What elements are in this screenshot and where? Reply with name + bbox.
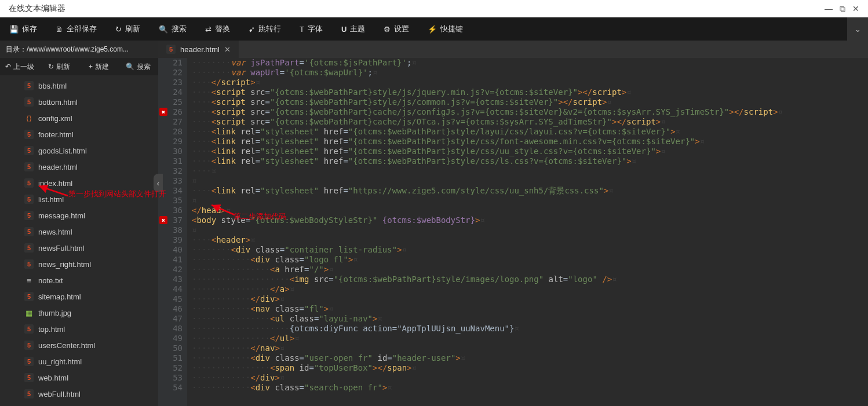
code-line[interactable]: ················<ul class="layui-nav">¤ [192, 314, 868, 324]
close-icon[interactable]: ✕ [852, 4, 859, 13]
font-button[interactable]: T字体 [290, 17, 332, 41]
saveall-button[interactable]: 🗎全部保存 [46, 17, 106, 41]
settings-button[interactable]: ⚙设置 [374, 17, 418, 41]
file-item[interactable]: 5footer.html [0, 126, 158, 142]
error-icon: ✖ [159, 108, 167, 116]
window-controls: — ⧉ ✕ [825, 4, 859, 14]
arrow-up-icon: ↶ [5, 63, 11, 71]
code-line[interactable]: ····<link rel="stylesheet" href="https:/… [192, 186, 868, 196]
code-line[interactable]: ················</a>¤ [192, 284, 868, 294]
code-line[interactable]: ····<link rel="stylesheet" href="{otcms:… [192, 147, 868, 156]
code-line[interactable]: ····················<img src="{otcms:$we… [192, 275, 868, 284]
code-line[interactable]: ¤ [192, 196, 868, 206]
code-line[interactable]: ················<a href="/">¤ [192, 265, 868, 275]
search-button[interactable]: 🔍搜索 [149, 17, 196, 41]
window-title: 在线文本编辑器 [9, 3, 65, 14]
file-item[interactable]: 5list.html [0, 191, 158, 207]
file-item[interactable]: 5newsFull.html [0, 240, 158, 256]
code-line[interactable]: ············</div>¤ [192, 373, 868, 383]
file-item[interactable]: 5header.html [0, 159, 158, 175]
file-item[interactable]: 5news.html [0, 224, 158, 240]
file-name: webFull.html [38, 390, 81, 398]
chevron-down-icon: ⌄ [855, 25, 861, 34]
file-item[interactable]: 5sitemap.html [0, 288, 158, 305]
file-item[interactable]: 5usersCenter.html [0, 337, 158, 353]
code-line[interactable]: ····<script src="{otcms:$webPathPart}cac… [192, 107, 868, 117]
file-name: config.xml [38, 114, 72, 123]
html-icon: 5 [24, 243, 34, 253]
theme-button[interactable]: U主题 [332, 17, 374, 41]
replace-button[interactable]: ⇄替换 [196, 17, 239, 41]
file-item[interactable]: ≡note.txt [0, 272, 158, 288]
collapse-sidebar-button[interactable]: ‹ [154, 174, 163, 192]
sidebar-search-button[interactable]: 🔍搜索 [119, 58, 158, 75]
code-line[interactable]: ····<header>¤ [192, 235, 868, 245]
code-line[interactable]: ····<link rel="stylesheet" href="{otcms:… [192, 127, 868, 137]
file-item[interactable]: 5message.html [0, 207, 158, 224]
up-button[interactable]: ↶上一级 [0, 58, 39, 75]
code-line[interactable]: ············<div class="search-open fr">… [192, 383, 868, 393]
code-line[interactable]: ····<link rel="stylesheet" href="{otcms:… [192, 156, 868, 166]
file-name: index.html [38, 179, 72, 188]
bolt-icon: ⚡ [428, 25, 437, 34]
shortcut-button[interactable]: ⚡快捷键 [418, 17, 472, 41]
code-line[interactable]: ····<script src="{otcms:$webPathPart}sty… [192, 97, 868, 107]
file-name: news.html [38, 228, 72, 236]
replace-icon: ⇄ [205, 25, 211, 34]
file-item[interactable]: 5goodsList.html [0, 142, 158, 159]
code-line[interactable]: ····</script>¤ [192, 78, 868, 87]
code-line[interactable]: ············<nav class="fl">¤ [192, 304, 868, 314]
sidebar: 目录：/www/wwwroot/www.zige5.com... ↶上一级 ↻刷… [0, 41, 158, 406]
goto-icon: ➹ [249, 25, 255, 34]
code-line[interactable]: </head>¤ [192, 206, 868, 215]
code-line[interactable]: ········var wapUrl='{otcms:$wapUrl}';¤ [192, 68, 868, 78]
file-item[interactable]: 5web.html [0, 370, 158, 386]
file-item[interactable]: 5news_right.html [0, 256, 158, 272]
code-line[interactable]: ················</ul>¤ [192, 334, 868, 343]
code-content[interactable]: ········var jsPathPart='{otcms:$jsPathPa… [187, 58, 868, 406]
save-button[interactable]: 💾保存 [0, 17, 46, 41]
code-line[interactable]: ············</div>¤ [192, 294, 868, 304]
minimize-icon[interactable]: — [825, 4, 833, 13]
code-line[interactable]: ············<div class="user-open fr" id… [192, 353, 868, 363]
code-line[interactable]: ····<script src="{otcms:$webPathPart}cac… [192, 117, 868, 127]
code-line[interactable]: ····¤ [192, 166, 868, 176]
file-item[interactable]: 5top.html [0, 321, 158, 337]
code-line[interactable]: ············</nav>¤ [192, 343, 868, 353]
code-line[interactable]: ········var jsPathPart='{otcms:$jsPathPa… [192, 58, 868, 68]
new-button[interactable]: +新建 [79, 58, 119, 75]
file-item[interactable]: 5bbs.html [0, 78, 158, 94]
refresh-button[interactable]: ↻刷新 [106, 17, 149, 41]
font-icon: T [300, 25, 304, 34]
save-icon: 💾 [9, 25, 19, 34]
code-area[interactable]: 212223242526✖2728293031323334353637✖3839… [158, 58, 868, 406]
shortcut-label: 快捷键 [440, 24, 463, 34]
code-line[interactable]: <body style="{otcms:$webBodyStyleStr}" {… [192, 215, 868, 225]
html-icon: 5 [24, 373, 34, 382]
tab-header-html[interactable]: 5 header.html ✕ [158, 41, 239, 58]
maximize-icon[interactable]: ⧉ [840, 4, 845, 14]
code-line[interactable]: ····<script src="{otcms:$webPathPart}sty… [192, 87, 868, 97]
code-line[interactable]: ····················{otcms:diyFunc actio… [192, 324, 868, 334]
editor: 5 header.html ✕ 212223242526✖27282930313… [158, 41, 868, 406]
goto-button[interactable]: ➹跳转行 [239, 17, 290, 41]
file-item[interactable]: 5uu_right.html [0, 353, 158, 370]
file-item[interactable]: ⟨⟩config.xml [0, 110, 158, 126]
file-item[interactable]: 5webFull.html [0, 386, 158, 402]
code-line[interactable]: ················<span id="topUserBox"></… [192, 363, 868, 373]
file-item[interactable]: 5bottom.html [0, 94, 158, 110]
code-line[interactable]: ············<div class="logo fl">¤ [192, 255, 868, 265]
code-line[interactable]: ¤ [192, 225, 868, 235]
replace-label: 替换 [215, 24, 230, 34]
file-item[interactable]: 5index.html [0, 175, 158, 191]
close-tab-icon[interactable]: ✕ [224, 45, 231, 54]
chevron-left-icon: ‹ [157, 179, 159, 188]
file-item[interactable]: ▦thumb.jpg [0, 305, 158, 321]
file-list[interactable]: 5bbs.html5bottom.html⟨⟩config.xml5footer… [0, 75, 158, 406]
code-line[interactable]: ¤ [192, 176, 868, 186]
code-line[interactable]: ····<link rel="stylesheet" href="{otcms:… [192, 137, 868, 147]
toolbar-chevron-button[interactable]: ⌄ [847, 17, 868, 41]
html-icon: 5 [24, 162, 34, 171]
sidebar-refresh-button[interactable]: ↻刷新 [39, 58, 79, 75]
code-line[interactable]: ········<div class="container list-radiu… [192, 245, 868, 255]
